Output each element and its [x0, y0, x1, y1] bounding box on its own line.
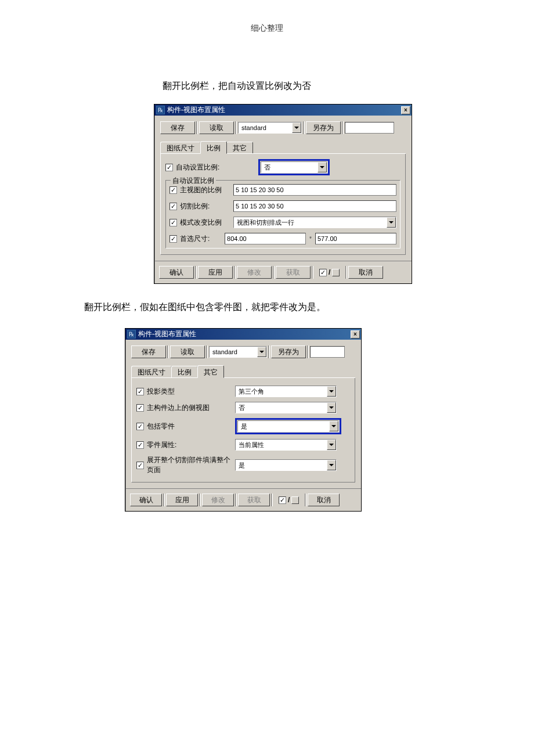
separator	[312, 266, 313, 279]
auto-scale-combo[interactable]: 否	[261, 161, 327, 173]
main-view-label: 主视图的比例	[180, 185, 222, 195]
tab-scale[interactable]: 比例	[171, 366, 198, 377]
separator	[271, 494, 273, 506]
modify-button[interactable]: 修改	[237, 266, 272, 279]
load-button[interactable]: 读取	[170, 345, 205, 358]
tab-other[interactable]: 其它	[226, 142, 253, 153]
include-parts-label: 包括零件	[147, 422, 175, 431]
checkbox-cut-scale[interactable]: ✓	[169, 203, 177, 210]
preset-combo[interactable]: standard	[238, 122, 302, 134]
cancel-button[interactable]: 取消	[308, 494, 340, 506]
separator	[307, 345, 309, 358]
page-header: 细心整理	[0, 23, 534, 34]
get-button[interactable]: 获取	[238, 494, 270, 506]
titlebar: ℞ 构件-视图布置属性 ×	[125, 329, 361, 340]
side-view-combo[interactable]: 否	[235, 402, 337, 413]
checkbox-part-attr[interactable]: ✓	[136, 441, 144, 449]
ok-button[interactable]: 确认	[130, 494, 162, 506]
preset-value: standard	[211, 348, 257, 355]
separator	[234, 266, 236, 279]
saveas-button[interactable]: 另存为	[306, 121, 341, 134]
highlight-include-parts: 是	[235, 418, 341, 434]
proj-type-combo[interactable]: 第三个角	[235, 386, 337, 397]
dialog-properties-other: ℞ 构件-视图布置属性 × 保存 读取 standard 另存为 图纸尺寸	[125, 328, 362, 512]
side-view-label: 主构件边上的侧视图	[147, 403, 210, 413]
close-icon[interactable]: ×	[401, 106, 410, 114]
get-button[interactable]: 获取	[276, 266, 311, 279]
app-icon: ℞	[156, 106, 165, 114]
separator	[235, 121, 237, 134]
pref-size-w-input[interactable]	[225, 233, 306, 244]
separator	[196, 121, 198, 134]
tab-paper-size[interactable]: 图纸尺寸	[160, 142, 201, 153]
auto-scale-label: 自动设置比例:	[176, 163, 219, 172]
slash-icon: /	[329, 268, 330, 276]
separator	[206, 345, 208, 358]
pref-size-label: 首选尺寸:	[180, 234, 210, 244]
cancel-button[interactable]: 取消	[348, 266, 383, 279]
saveas-input[interactable]	[345, 122, 394, 134]
expand-cut-combo[interactable]: 是	[235, 459, 337, 471]
chevron-down-icon[interactable]	[292, 123, 301, 133]
separator	[345, 266, 347, 279]
include-parts-combo[interactable]: 是	[237, 420, 339, 432]
checkbox-include-parts[interactable]: ✓	[136, 423, 144, 430]
separator	[167, 345, 169, 358]
save-button[interactable]: 保存	[131, 345, 166, 358]
chevron-down-icon[interactable]	[327, 402, 336, 413]
chevron-down-icon[interactable]	[327, 460, 336, 470]
groupbox-auto-scale: 自动设置比例 ✓ 主视图的比例 ✓ 切割比例:	[165, 180, 400, 249]
groupbox-label: 自动设置比例	[171, 176, 216, 186]
chevron-down-icon[interactable]	[327, 386, 336, 397]
pref-size-h-input[interactable]	[315, 233, 396, 244]
highlight-auto-scale: 否	[258, 159, 330, 175]
chevron-down-icon[interactable]	[387, 217, 396, 228]
close-icon[interactable]: ×	[351, 330, 360, 339]
separator	[235, 494, 237, 506]
ok-button[interactable]: 确认	[159, 266, 194, 279]
separator	[195, 266, 197, 279]
dialog-footer: 确认 应用 修改 获取 ✓ / 取消	[154, 261, 412, 283]
app-icon: ℞	[127, 330, 136, 339]
checkbox-main-view[interactable]: ✓	[169, 186, 177, 194]
tab-other[interactable]: 其它	[197, 365, 224, 378]
checkbox-mode-change[interactable]: ✓	[169, 219, 177, 226]
chevron-down-icon[interactable]	[327, 440, 336, 450]
checkbox-auto-scale[interactable]: ✓	[165, 164, 173, 171]
preset-combo[interactable]: standard	[209, 346, 267, 358]
tab-paper-size[interactable]: 图纸尺寸	[131, 366, 172, 377]
load-button[interactable]: 读取	[199, 121, 234, 134]
part-attr-combo[interactable]: 当前属性	[235, 439, 337, 451]
part-attr-value: 当前属性	[237, 441, 327, 449]
tab-scale[interactable]: 比例	[200, 141, 227, 154]
toggle-box[interactable]: ✓ /	[274, 496, 304, 504]
separator	[305, 494, 306, 506]
instruction-text-2: 翻开比例栏，假如在图纸中包含零件图，就把零件改为是。	[84, 301, 534, 314]
cut-scale-input[interactable]	[233, 200, 396, 212]
saveas-button[interactable]: 另存为	[271, 345, 306, 358]
mode-change-label: 模式改变比例	[180, 218, 222, 228]
chevron-down-icon[interactable]	[317, 162, 327, 172]
checkbox-proj-type[interactable]: ✓	[136, 388, 144, 395]
asterisk: *	[306, 236, 315, 242]
mode-change-combo[interactable]: 视图和切割排成一行	[233, 217, 396, 228]
save-button[interactable]: 保存	[160, 121, 195, 134]
toggle-box[interactable]: ✓ /	[315, 268, 344, 276]
separator	[342, 121, 344, 134]
apply-button[interactable]: 应用	[166, 494, 198, 506]
saveas-input[interactable]	[310, 346, 345, 358]
checkbox-side-view[interactable]: ✓	[136, 404, 144, 412]
auto-scale-value: 否	[263, 163, 317, 172]
chevron-down-icon[interactable]	[257, 347, 266, 357]
apply-button[interactable]: 应用	[198, 266, 233, 279]
checkbox-expand-cut[interactable]: ✓	[136, 462, 144, 469]
dialog-footer: 确认 应用 修改 获取 ✓ / 取消	[125, 488, 361, 511]
main-view-input[interactable]	[233, 184, 396, 196]
proj-type-label: 投影类型	[147, 387, 175, 397]
toggle-off-icon	[332, 269, 340, 276]
chevron-down-icon[interactable]	[329, 421, 338, 431]
tab-panel-other: ✓ 投影类型 第三个角 ✓ 主构件边上的侧视图 否	[131, 377, 355, 483]
toggle-off-icon	[291, 496, 299, 504]
modify-button[interactable]: 修改	[202, 494, 234, 506]
checkbox-pref-size[interactable]: ✓	[169, 235, 177, 243]
